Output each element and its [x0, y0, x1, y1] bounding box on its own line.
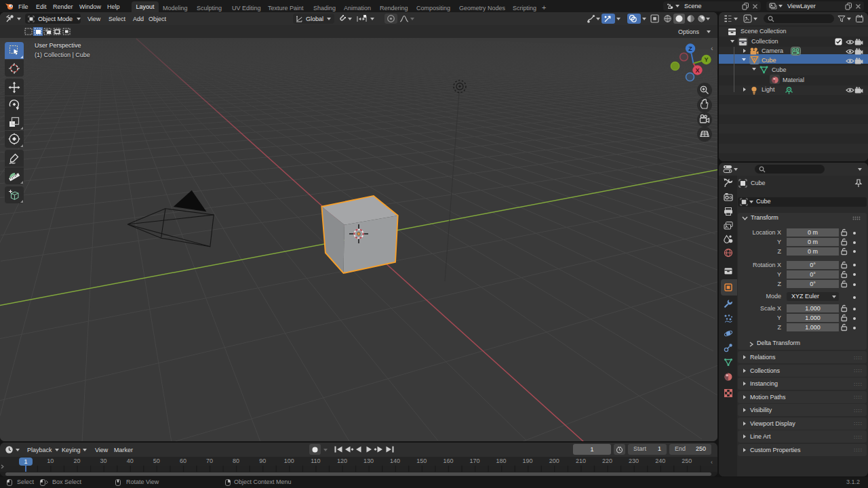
- svg-text:Z: Z: [688, 45, 692, 52]
- svg-text:X: X: [695, 67, 699, 74]
- svg-text:Y: Y: [704, 56, 708, 63]
- svg-text:‹: ‹: [711, 44, 713, 52]
